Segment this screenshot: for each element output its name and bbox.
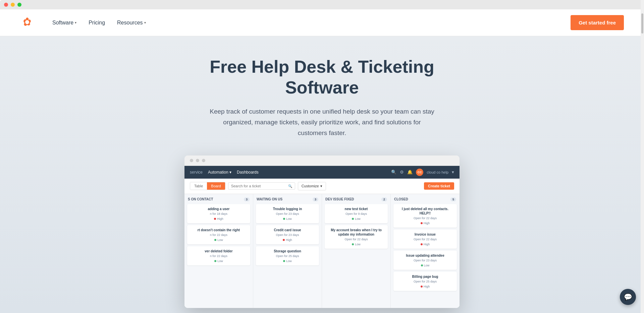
mac-close-dot[interactable]	[4, 3, 8, 7]
card-meta: n for 18 days	[191, 212, 247, 215]
browser-mockup: service Automation ▾ Dashboards 🔍 ⚙ 🔔 CC…	[184, 155, 460, 308]
badge-label: High	[424, 222, 430, 225]
kanban-card[interactable]: rt doesn't contain the right n for 22 da…	[187, 225, 250, 244]
card-meta: Open for 22 days	[397, 238, 453, 241]
chat-widget[interactable]: 💬	[620, 289, 636, 305]
card-meta: Open for 23 days	[259, 233, 316, 237]
card-meta: Open for 23 days	[397, 259, 453, 262]
kanban-card[interactable]: ver deleted folder n for 22 days Low	[187, 246, 250, 265]
hero-lower-section: Never Miss a Customer Issue With Ticketi…	[0, 311, 644, 313]
card-badge: High	[421, 243, 430, 246]
badge-label: Low	[286, 217, 292, 221]
badge-dot	[421, 243, 423, 245]
nav-item-pricing[interactable]: Pricing	[84, 17, 110, 28]
customize-button[interactable]: Customize ▾	[298, 182, 326, 190]
kanban-col-closed: CLOSED5 I just deleted all my contacts. …	[391, 194, 460, 308]
kanban-card[interactable]: adding a user n for 18 days High	[187, 204, 250, 223]
badge-dot	[283, 218, 285, 220]
badge-dot	[283, 260, 285, 262]
nav-item-software[interactable]: Software ▾	[48, 17, 81, 28]
kanban-col-header: DEV ISSUE FIXED2	[325, 197, 388, 201]
card-title: Credit card issue	[259, 228, 316, 232]
kanban-card[interactable]: Issue updating attendee Open for 23 days…	[393, 251, 457, 270]
mac-minimize-dot[interactable]	[11, 3, 15, 7]
card-badge: High	[214, 217, 223, 221]
kanban-card[interactable]: Invoice issue Open for 22 days High	[393, 230, 457, 249]
chat-icon: 💬	[624, 293, 632, 301]
create-ticket-button[interactable]: Create ticket	[424, 182, 454, 190]
card-title: Trouble logging in	[259, 207, 316, 211]
badge-dot	[214, 239, 216, 241]
nav-resources-chevron: ▾	[144, 21, 146, 24]
badge-label: Low	[286, 259, 292, 263]
dash-bell-icon: 🔔	[407, 170, 413, 175]
card-title: My account breaks when I try to update m…	[328, 228, 384, 237]
ticket-search: 🔍	[228, 182, 295, 190]
kanban-card[interactable]: Credit card issue Open for 23 days High	[256, 225, 319, 244]
badge-label: High	[424, 285, 430, 288]
col-count: 3	[313, 197, 318, 201]
card-meta: Open for 22 days	[397, 216, 453, 220]
mac-fullscreen-dot[interactable]	[17, 3, 21, 7]
search-icon: 🔍	[288, 184, 292, 188]
badge-label: Low	[217, 238, 223, 242]
kanban-card[interactable]: new test ticket Open for 9 days Low	[325, 204, 388, 223]
view-table-button[interactable]: Table	[190, 182, 207, 190]
badge-label: Low	[355, 217, 361, 221]
badge-label: High	[286, 238, 292, 242]
kanban-col-header: S ON CONTACT3	[187, 197, 250, 201]
dash-settings-icon: ⚙	[400, 170, 404, 175]
col-count: 3	[244, 197, 250, 201]
card-title: Storage question	[259, 249, 316, 253]
hero-title: Free Help Desk & Ticketing Software	[188, 56, 456, 98]
card-meta: Open for 23 days	[259, 212, 316, 215]
navbar-cta-button[interactable]: Get started free	[571, 15, 624, 30]
nav-item-resources[interactable]: Resources ▾	[112, 17, 150, 28]
view-board-button[interactable]: Board	[207, 182, 225, 190]
badge-label: Low	[424, 264, 430, 267]
card-meta: n for 22 days	[191, 233, 247, 237]
badge-label: Low	[355, 243, 361, 246]
kanban-card[interactable]: Storage question Open for 25 days Low	[256, 246, 319, 265]
kanban-card[interactable]: I just deleted all my contacts. HELP!! O…	[393, 204, 457, 228]
nav-pricing-label: Pricing	[89, 20, 105, 26]
kanban-card[interactable]: Trouble logging in Open for 23 days Low	[256, 204, 319, 223]
dash-icons: 🔍 ⚙ 🔔 CC cloud co help ▾	[391, 169, 454, 176]
kanban-card[interactable]: Billing page bug Open for 25 days High	[393, 272, 457, 291]
badge-label: High	[217, 217, 223, 221]
card-meta: Open for 25 days	[397, 280, 453, 283]
card-badge: High	[283, 238, 292, 242]
dash-user-label: cloud co help	[427, 170, 448, 174]
badge-dot	[214, 260, 216, 262]
hero-subtitle: Keep track of customer requests in one u…	[208, 106, 436, 139]
browser-dot-3	[202, 159, 205, 162]
ticket-search-input[interactable]	[231, 184, 287, 188]
browser-dot-2	[196, 159, 199, 162]
logo[interactable]	[20, 15, 34, 30]
card-badge: Low	[214, 259, 223, 263]
dash-avatar: CC	[416, 169, 423, 176]
svg-point-1	[25, 20, 29, 24]
card-badge: High	[421, 222, 430, 225]
card-title: new test ticket	[328, 207, 384, 211]
card-meta: Open for 9 days	[328, 212, 384, 215]
badge-label: High	[424, 243, 430, 246]
card-title: adding a user	[191, 207, 247, 211]
badge-dot	[352, 243, 354, 245]
dash-user-chevron: ▾	[452, 170, 454, 175]
col-count: 2	[381, 197, 387, 201]
col-title: WAITING ON US	[257, 197, 282, 201]
card-badge: Low	[352, 243, 361, 246]
col-title: DEV ISSUE FIXED	[325, 197, 354, 201]
scrollbar-track[interactable]	[641, 0, 644, 313]
scrollbar-thumb[interactable]	[641, 13, 643, 34]
nav-software-label: Software	[52, 20, 73, 26]
badge-dot	[283, 239, 285, 241]
dashboard-topbar: service Automation ▾ Dashboards 🔍 ⚙ 🔔 CC…	[184, 166, 460, 179]
card-meta: Open for 25 days	[259, 254, 316, 258]
kanban-card[interactable]: My account breaks when I try to update m…	[325, 225, 388, 249]
card-badge: Low	[214, 238, 223, 242]
browser-dot-1	[190, 159, 193, 162]
dash-nav-service: service	[190, 170, 203, 175]
card-badge: Low	[283, 217, 292, 221]
